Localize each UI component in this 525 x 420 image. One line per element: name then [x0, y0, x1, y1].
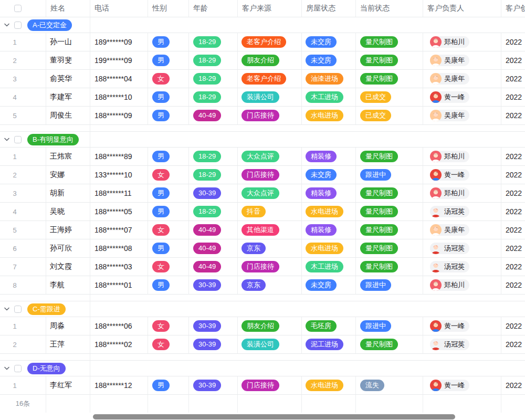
collapse-chevron-icon[interactable]	[4, 22, 10, 28]
current-status-cell[interactable]: 量尺制图	[356, 33, 423, 51]
table-row[interactable]: 2董羽斐199******09男18-29朋友介绍未交房量尺制图吴康年2022	[0, 51, 525, 70]
gender-cell[interactable]: 女	[148, 166, 189, 184]
created-date-cell[interactable]: 2022	[501, 184, 525, 202]
house-status-cell[interactable]: 水电进场	[302, 203, 356, 220]
row-index-cell[interactable]: 1	[0, 317, 46, 335]
phone-cell[interactable]: 133******10	[90, 166, 148, 184]
row-index-cell[interactable]: 7	[0, 258, 46, 276]
group-select-checkbox[interactable]	[14, 136, 22, 143]
house-status-cell[interactable]: 未交房	[302, 33, 356, 51]
gender-cell[interactable]: 男	[148, 239, 189, 257]
row-index-cell[interactable]: 2	[0, 51, 46, 69]
current-status-cell[interactable]: 已成交	[356, 107, 423, 124]
row-index-cell[interactable]: 1	[0, 148, 46, 165]
phone-cell[interactable]: 188******02	[90, 335, 148, 353]
source-cell[interactable]: 装潢公司	[238, 335, 302, 353]
house-status-cell[interactable]: 水电进场	[302, 107, 356, 124]
source-cell[interactable]: 大众点评	[238, 184, 302, 202]
name-cell[interactable]: 王萍	[46, 335, 90, 353]
name-cell[interactable]: 周俊生	[46, 107, 90, 124]
row-index-cell[interactable]: 5	[0, 107, 46, 124]
phone-cell[interactable]: 188******07	[90, 221, 148, 239]
table-row[interactable]: 1王炜宸188******89男18-29大众点评精装修量尺制图郑柏川2022	[0, 148, 525, 166]
column-header-index[interactable]	[0, 0, 46, 17]
phone-cell[interactable]: 188******05	[90, 203, 148, 220]
source-cell[interactable]: 老客户介绍	[238, 70, 302, 88]
name-cell[interactable]: 胡新	[46, 184, 90, 202]
column-header-owner[interactable]: 客户负责人	[423, 0, 501, 17]
age-cell[interactable]: 18-29	[189, 70, 238, 88]
source-cell[interactable]: 其他渠道	[238, 221, 302, 239]
row-index-cell[interactable]: 1	[0, 33, 46, 51]
age-cell[interactable]: 18-29	[189, 88, 238, 106]
row-index-cell[interactable]: 2	[0, 166, 46, 184]
table-row[interactable]: 3胡新188******11男30-39大众点评精装修量尺制图郑柏川2022	[0, 184, 525, 203]
name-cell[interactable]: 孙一山	[46, 33, 90, 51]
current-status-cell[interactable]: 量尺制图	[356, 239, 423, 257]
gender-cell[interactable]: 男	[148, 203, 189, 220]
name-cell[interactable]: 刘文霞	[46, 258, 90, 276]
age-cell[interactable]: 30-39	[189, 317, 238, 335]
source-cell[interactable]: 门店接待	[238, 166, 302, 184]
column-header-source[interactable]: 客户来源	[238, 0, 302, 17]
column-header-house[interactable]: 房屋状态	[302, 0, 356, 17]
source-cell[interactable]: 老客户介绍	[238, 33, 302, 51]
gender-cell[interactable]: 男	[148, 276, 189, 294]
row-index-cell[interactable]: 8	[0, 276, 46, 294]
source-cell[interactable]: 抖音	[238, 203, 302, 220]
house-status-cell[interactable]: 未交房	[302, 276, 356, 294]
owner-cell[interactable]: 吴康年	[423, 70, 501, 88]
table-row[interactable]: 6孙可欣188******08男40-49京东水电进场量尺制图汤冠英2022	[0, 239, 525, 258]
current-status-cell[interactable]: 量尺制图	[356, 258, 423, 276]
table-row[interactable]: 2王萍188******02女30-39装潢公司泥工进场量尺制图汤冠英2022	[0, 335, 525, 354]
name-cell[interactable]: 李红军	[46, 376, 90, 394]
age-cell[interactable]: 30-39	[189, 335, 238, 353]
owner-cell[interactable]: 汤冠英	[423, 239, 501, 257]
row-index-cell[interactable]: 4	[0, 88, 46, 106]
created-date-cell[interactable]: 2022	[501, 148, 525, 165]
age-cell[interactable]: 40-49	[189, 107, 238, 124]
phone-cell[interactable]: 188******06	[90, 317, 148, 335]
source-cell[interactable]: 门店接待	[238, 376, 302, 394]
column-header-name[interactable]: 姓名	[46, 0, 90, 17]
house-status-cell[interactable]: 油漆进场	[302, 70, 356, 88]
source-cell[interactable]: 京东	[238, 276, 302, 294]
created-date-cell[interactable]: 2022	[501, 221, 525, 239]
gender-cell[interactable]: 男	[148, 184, 189, 202]
phone-cell[interactable]: 199******09	[90, 51, 148, 69]
phone-cell[interactable]: 188******12	[90, 376, 148, 394]
table-row[interactable]: 5王海婷188******07女40-49其他渠道精装修量尺制图吴康年2022	[0, 221, 525, 239]
created-date-cell[interactable]: 2022	[501, 33, 525, 51]
table-row[interactable]: 4吴晓188******05男18-29抖音水电进场量尺制图汤冠英2022	[0, 203, 525, 221]
house-status-cell[interactable]: 泥工进场	[302, 335, 356, 353]
gender-cell[interactable]: 女	[148, 70, 189, 88]
phone-cell[interactable]: 188******04	[90, 70, 148, 88]
gender-cell[interactable]: 男	[148, 88, 189, 106]
owner-cell[interactable]: 汤冠英	[423, 203, 501, 220]
column-header-phone[interactable]: 电话	[90, 0, 148, 17]
select-all-checkbox[interactable]	[14, 5, 22, 12]
phone-cell[interactable]: 188******09	[90, 107, 148, 124]
house-status-cell[interactable]: 未交房	[302, 51, 356, 69]
table-row[interactable]: 8李航188******01男30-39京东未交房跟进中郑柏川2022	[0, 276, 525, 295]
table-row[interactable]: 5周俊生188******09男40-49门店接待水电进场已成交吴康年2022	[0, 107, 525, 125]
source-cell[interactable]: 朋友介绍	[238, 317, 302, 335]
house-status-cell[interactable]: 木工进场	[302, 258, 356, 276]
gender-cell[interactable]: 女	[148, 335, 189, 353]
gender-cell[interactable]: 男	[148, 33, 189, 51]
age-cell[interactable]: 30-39	[189, 276, 238, 294]
row-index-cell[interactable]: 3	[0, 70, 46, 88]
horizontal-scrollbar[interactable]	[93, 414, 455, 419]
owner-cell[interactable]: 郑柏川	[423, 184, 501, 202]
created-date-cell[interactable]: 2022	[501, 376, 525, 394]
table-row[interactable]: 1周淼188******06女30-39朋友介绍毛坯房跟进中黄一峰2022	[0, 317, 525, 335]
collapse-chevron-icon[interactable]	[4, 365, 10, 372]
owner-cell[interactable]: 汤冠英	[423, 335, 501, 353]
created-date-cell[interactable]: 2022	[501, 107, 525, 124]
owner-cell[interactable]: 郑柏川	[423, 148, 501, 165]
phone-cell[interactable]: 188******11	[90, 184, 148, 202]
collapse-chevron-icon[interactable]	[4, 136, 10, 143]
created-date-cell[interactable]: 2022	[501, 70, 525, 88]
name-cell[interactable]: 李建军	[46, 88, 90, 106]
current-status-cell[interactable]: 流失	[356, 376, 423, 394]
